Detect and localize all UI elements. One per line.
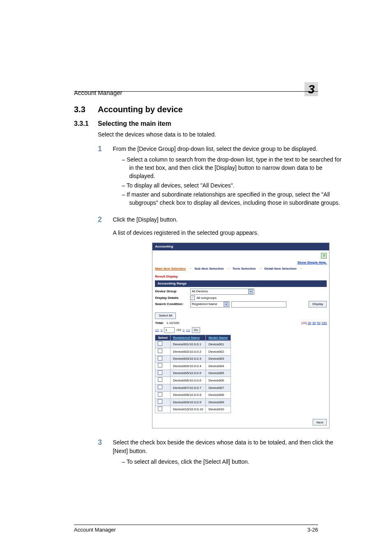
table-row: Device001/10.0.0.1Device001: [155, 341, 231, 348]
go-button[interactable]: Go: [192, 327, 201, 333]
row-checkbox[interactable]: [158, 349, 162, 353]
table-row: Device010/10.0.0.10Device010: [155, 406, 231, 413]
panel-title: Accounting: [152, 243, 329, 250]
page-size-option[interactable]: 100: [321, 321, 327, 325]
search-column-select[interactable]: Registered Name ▾: [190, 301, 230, 308]
bullet: If master and subordinate relationships …: [122, 190, 345, 207]
intro-text: Select the devices whose data is to be t…: [98, 131, 347, 139]
crumb-main-item[interactable]: Main Item Selection: [155, 266, 186, 271]
page-size-current: 10: [302, 321, 306, 325]
arrow-icon: →: [188, 266, 192, 271]
page-input[interactable]: 1: [164, 327, 175, 333]
row-checkbox[interactable]: [158, 363, 162, 368]
crumb-detail: Detail Item Selection: [264, 266, 296, 271]
footer-right: 3-26: [307, 527, 318, 533]
total-label: Total:: [155, 321, 164, 326]
pager-first[interactable]: <<: [155, 328, 159, 333]
step-after: A list of devices registered in the sele…: [113, 229, 345, 237]
col-model-name[interactable]: Model Name: [208, 336, 228, 340]
device-table: Select Registered Name Model Name Device…: [155, 335, 231, 414]
next-button[interactable]: Next: [313, 419, 327, 426]
table-row: Device006/10.0.0.6Device006: [155, 377, 231, 384]
pager-prev[interactable]: <: [161, 328, 163, 333]
bullet: To select all devices, click the [Select…: [122, 458, 345, 466]
bullet: To display all devices, select "All Devi…: [122, 181, 345, 190]
display-details-label: Display Details: [155, 296, 190, 301]
page-size-option[interactable]: 50: [317, 321, 321, 325]
chevron-down-icon: ▾: [224, 302, 228, 307]
display-button[interactable]: Display: [309, 301, 327, 308]
row-checkbox[interactable]: [158, 407, 162, 411]
table-row: Device003/10.0.0.3Device003: [155, 355, 231, 363]
search-input[interactable]: [231, 301, 286, 308]
pager-of: /10: [176, 328, 181, 333]
show-simple-help-link[interactable]: Show Simple Help.: [155, 260, 327, 265]
help-icon[interactable]: ?: [321, 253, 327, 259]
pager-last[interactable]: >>: [186, 328, 190, 333]
row-checkbox[interactable]: [158, 341, 162, 346]
total-value: 1-10/100: [166, 321, 180, 326]
chevron-down-icon: ▾: [248, 289, 253, 294]
step-number: 3: [98, 438, 111, 447]
section-heading: 3.3Accounting by device: [74, 105, 347, 114]
crumb-term: Term Selection: [233, 266, 256, 271]
table-row: Device007/10.0.0.7Device007: [155, 384, 231, 392]
table-row: Device002/10.0.0.2Device002: [155, 348, 231, 356]
col-registered-name[interactable]: Registered Name: [173, 336, 200, 340]
crumb-sub-item: Sub Item Selection: [194, 266, 224, 271]
table-row: Device008/10.0.0.8Device008: [155, 391, 231, 399]
page-size-links: |10| 20 30 50 100: [301, 321, 327, 326]
row-checkbox[interactable]: [158, 370, 162, 375]
device-group-label: Device Group: [155, 289, 190, 294]
table-row: Device004/10.0.0.4Device004: [155, 363, 231, 370]
step-text: Select the check box beside the devices …: [113, 439, 333, 454]
pager-next[interactable]: >: [183, 328, 185, 333]
arrow-icon: →: [299, 266, 303, 271]
col-select: Select: [155, 335, 171, 341]
step-text: Click the [Display] button.: [113, 216, 178, 223]
row-checkbox[interactable]: [158, 356, 162, 361]
row-checkbox[interactable]: [158, 377, 162, 382]
page-size-option[interactable]: 20: [308, 321, 311, 325]
accounting-range-header: Accounting Range: [155, 280, 327, 287]
chapter-number: 3: [304, 82, 318, 96]
screenshot-panel: Accounting ? Show Simple Help. Main Item…: [152, 243, 330, 428]
row-checkbox[interactable]: [158, 399, 162, 404]
select-all-button[interactable]: Select All: [155, 312, 176, 319]
table-row: Device009/10.0.0.9Device009: [155, 399, 231, 406]
arrow-icon: →: [226, 266, 230, 271]
page-size-option[interactable]: 30: [312, 321, 316, 325]
bullet: Select a column to search from the drop-…: [122, 155, 345, 180]
row-checkbox[interactable]: [158, 392, 162, 397]
all-subgroups-checkbox[interactable]: ✓: [190, 296, 195, 300]
wizard-breadcrumb: Main Item Selection→ Sub Item Selection→…: [155, 266, 327, 279]
footer-left: Account Manager: [74, 527, 116, 533]
subsection-heading: 3.3.1Selecting the main item: [74, 120, 347, 127]
device-group-select[interactable]: All Devices ▾: [190, 289, 254, 295]
crumb-result: Result Display: [155, 274, 178, 279]
step-text: From the [Device Group] drop-down list, …: [113, 146, 317, 152]
step-number: 1: [98, 145, 111, 153]
table-row: Device005/10.0.0.5Device005: [155, 370, 231, 377]
row-checkbox[interactable]: [158, 385, 162, 389]
all-subgroups-label: All subgroups: [196, 296, 216, 301]
running-header: Account Manager: [74, 89, 122, 96]
search-condition-label: Search Condition:: [155, 302, 190, 307]
arrow-icon: →: [258, 266, 262, 271]
step-number: 2: [98, 215, 111, 224]
